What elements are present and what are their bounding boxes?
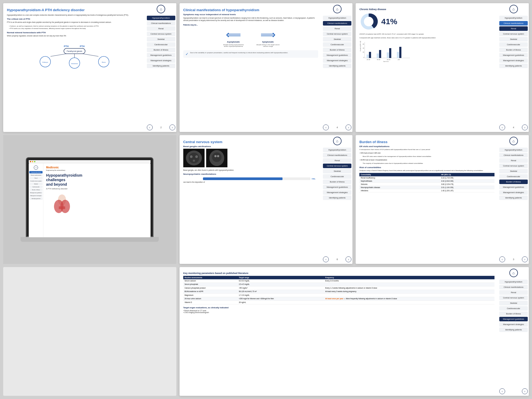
nav-clinical[interactable]: Clinical manifestations (147, 21, 175, 26)
laptop-nav-1[interactable]: Clinical manifestations (29, 174, 43, 176)
nav-cardio[interactable]: Cardiovascular (323, 174, 351, 179)
prev-arrow[interactable]: ‹ (147, 124, 153, 130)
note-text: Due to the variability in symptom presen… (190, 52, 288, 53)
nav-mgmt-strategies[interactable]: Management strategies (499, 58, 528, 63)
nav-identifying[interactable]: Identifying patients (323, 64, 351, 68)
minimize-dot (32, 161, 33, 162)
prev-arrow[interactable]: ‹ (499, 256, 505, 262)
nav-mgmt-guidelines[interactable]: Management guidelines (323, 53, 351, 57)
nav-burden[interactable]: Burden of illness (147, 48, 175, 52)
nav-hypoparathyroidism[interactable]: Hypoparathyroidism (323, 148, 351, 152)
nav-home-icon: ⌂ (499, 137, 528, 145)
nav-skeletal[interactable]: Skeletal (499, 169, 528, 173)
svg-point-14 (364, 17, 373, 26)
prev-arrow[interactable]: ‹ (499, 124, 505, 130)
nav-burden[interactable]: Burden of illness (499, 180, 528, 184)
nav-renal[interactable]: Renal (147, 26, 175, 31)
nav-burden[interactable]: Burden of illness (499, 48, 528, 52)
slide5-bullet2: • 19.5% had at least 1 hospitalization (359, 159, 494, 161)
nav-hypoparathyroidism[interactable]: Hypoparathyroidism (499, 16, 528, 20)
laptop-nav-6[interactable]: Burden of illness (29, 189, 43, 191)
nav-identifying[interactable]: Identifying patients (323, 196, 351, 200)
nav-renal[interactable]: Renal (499, 158, 528, 163)
laptop-nav-8[interactable]: Management strategies (29, 194, 43, 197)
laptop-nav: ⌂ Hypoparathyroidism Clinical manifestat… (29, 163, 43, 237)
nav-cns[interactable]: Central nervous system (323, 164, 351, 168)
laptop-nav-9[interactable]: Identifying patients (29, 197, 43, 200)
prev-arrow[interactable]: ‹ (323, 124, 329, 130)
laptop-nav-3[interactable]: Central nervous system (29, 180, 43, 182)
laptop-screen-inner: ⌂ Hypoparathyroidism Clinical manifestat… (29, 163, 151, 237)
comorbidity-table: Comorbidity HR (95% CI) Renal insufficie… (359, 173, 494, 192)
next-arrow[interactable]: › (522, 388, 528, 394)
laptop-nav-7[interactable]: Management guidelines (29, 192, 43, 194)
nav-mgmt-strategies[interactable]: Management strategies (499, 322, 528, 327)
laptop-nav-4[interactable]: Skeletal (29, 183, 43, 185)
nav-burden[interactable]: Burden of illness (323, 48, 351, 52)
nav-mgmt-guidelines[interactable]: Management guidelines (499, 317, 528, 321)
nav-cns[interactable]: Central nervous system (323, 32, 351, 36)
nav-clinical[interactable]: Clinical manifestations (499, 285, 528, 289)
nav-skeletal[interactable]: Skeletal (499, 301, 528, 305)
nav-identifying[interactable]: Identifying patients (499, 64, 528, 68)
nav-cardio[interactable]: Cardiovascular (323, 42, 351, 47)
nav-renal[interactable]: Renal (499, 26, 528, 31)
nav-clinical[interactable]: Clinical manifestations (323, 153, 351, 157)
nav-hypoparathyroidism[interactable]: Hypoparathyroidism (323, 16, 351, 20)
nav-cns[interactable]: Central nervous system (499, 296, 528, 300)
nav-renal[interactable]: Renal (323, 26, 351, 31)
nav-renal[interactable]: Renal (499, 290, 528, 295)
prev-arrow[interactable]: ‹ (499, 388, 505, 394)
nav-clinical[interactable]: Clinical manifestations (499, 21, 528, 26)
slide4-nav: ⌂ Hypoparathyroidism Clinical manifestat… (322, 135, 352, 264)
nav-hypoparathyroidism[interactable]: Hypoparathyroidism (499, 148, 528, 152)
arrows-area: ⟸ Asymptomatic despite having hypocalcem… (183, 29, 318, 47)
next-arrow[interactable]: › (346, 256, 351, 262)
nav-mgmt-guidelines[interactable]: Management guidelines (499, 185, 528, 189)
nav-hypoparathyroidism[interactable]: Hypoparathyroidism (499, 280, 528, 284)
nav-identifying[interactable]: Identifying patients (499, 327, 528, 332)
nav-skeletal[interactable]: Skeletal (147, 37, 175, 41)
nav-mgmt-strategies[interactable]: Management strategies (499, 190, 528, 195)
nav-cardio[interactable]: Cardiovascular (499, 306, 528, 311)
nav-identifying[interactable]: Identifying patients (499, 196, 528, 200)
nav-clinical[interactable]: Clinical manifestations (499, 153, 528, 157)
next-arrow[interactable]: › (522, 124, 528, 130)
nav-mgmt-strategies[interactable]: Management strategies (323, 58, 351, 63)
svg-line-10 (51, 54, 66, 56)
nav-cardio[interactable]: Cardiovascular (499, 174, 528, 179)
nav-cns[interactable]: Central nervous system (499, 32, 528, 36)
nav-mgmt-strategies[interactable]: Management strategies (147, 58, 175, 63)
nav-mgmt-guidelines[interactable]: Management guidelines (323, 185, 351, 189)
laptop-nav-2[interactable]: Renal (29, 177, 43, 179)
nav-mgmt-guidelines[interactable]: Management guidelines (499, 53, 528, 57)
prev-arrow[interactable]: ‹ (323, 256, 329, 262)
nav-burden[interactable]: Burden of illness (499, 311, 528, 316)
pct-row-74: 74% (183, 177, 318, 180)
nav-renal[interactable]: Renal (323, 158, 351, 163)
laptop-slide: ⌂ Hypoparathyroidism Clinical manifestat… (3, 135, 176, 264)
next-arrow[interactable]: › (522, 256, 528, 262)
nav-mgmt-strategies[interactable]: Management strategies (323, 190, 351, 195)
nav-cardio[interactable]: Cardiovascular (499, 42, 528, 47)
nav-clinical[interactable]: Clinical manifestations (323, 21, 351, 26)
nav-cns[interactable]: Central nervous system (147, 32, 175, 36)
nav-identifying[interactable]: Identifying patients (147, 64, 175, 68)
nav-hypoparathyroidism[interactable]: Hypoparathyroidism (147, 16, 175, 20)
laptop-nav-5[interactable]: Cardiovascular (29, 186, 43, 188)
nav-skeletal[interactable]: Skeletal (499, 37, 528, 41)
nav-cardio[interactable]: Cardiovascular (147, 42, 175, 47)
nav-skeletal[interactable]: Skeletal (323, 169, 351, 173)
page-num: 4 (336, 126, 338, 129)
next-arrow[interactable]: › (169, 124, 175, 130)
nav-cns[interactable]: Central nervous system (499, 164, 528, 168)
table-row: Infections1.42 (1.20-1.67) (359, 189, 494, 192)
nav-mgmt-guidelines[interactable]: Management guidelines (147, 53, 175, 57)
svg-text:Bone: Bone (102, 61, 106, 63)
laptop-nav-0[interactable]: Hypoparathyroidism (29, 171, 43, 173)
slide4-subtitle: Basal ganglia calcifications (183, 145, 318, 148)
nav-skeletal[interactable]: Skeletal (323, 37, 351, 41)
next-arrow[interactable]: › (346, 124, 351, 130)
slide5-bullet1b: More ER visits were related to the manag… (359, 155, 494, 158)
nav-burden[interactable]: Burden of illness (323, 180, 351, 184)
